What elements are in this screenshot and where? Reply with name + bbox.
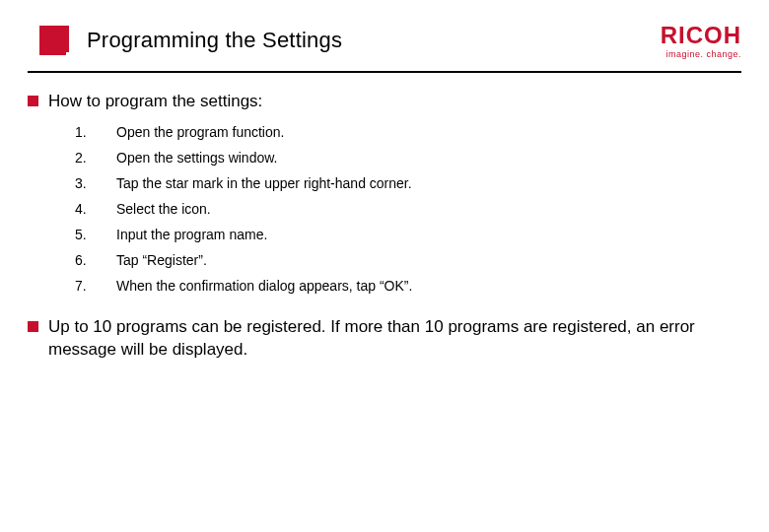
list-item: 6. Tap “Register”. — [75, 247, 741, 273]
step-text: Tap the star mark in the upper right-han… — [116, 175, 412, 191]
list-item: 5. Input the program name. — [75, 222, 741, 247]
step-text: Open the settings window. — [116, 150, 277, 166]
step-text: Open the program function. — [116, 124, 284, 140]
section-heading-row: How to program the settings: — [28, 91, 741, 113]
note-row: Up to 10 programs can be registered. If … — [28, 316, 741, 362]
logo-tagline: imagine. change. — [661, 49, 741, 59]
note-text: Up to 10 programs can be registered. If … — [48, 316, 741, 362]
list-item: 1. Open the program function. — [75, 119, 741, 145]
slide-header: Programming the Settings RICOH imagine. … — [0, 0, 769, 67]
step-text: Input the program name. — [116, 227, 267, 242]
step-text: Tap “Register”. — [116, 252, 207, 268]
slide-content: How to program the settings: 1. Open the… — [0, 73, 769, 362]
step-number: 3. — [75, 175, 89, 191]
step-text: Select the icon. — [116, 201, 211, 217]
title-bullet-icon — [39, 26, 69, 55]
square-bullet-icon — [28, 321, 38, 332]
step-number: 6. — [75, 252, 89, 268]
step-number: 2. — [75, 150, 89, 166]
title-group: Programming the Settings — [39, 26, 342, 55]
list-item: 4. Select the icon. — [75, 196, 741, 222]
list-item: 7. When the confirmation dialog appears,… — [75, 273, 741, 299]
brand-logo: RICOH imagine. change. — [661, 22, 741, 59]
step-number: 1. — [75, 124, 89, 140]
step-number: 4. — [75, 201, 89, 217]
logo-text: RICOH — [661, 24, 741, 47]
page-title: Programming the Settings — [87, 28, 342, 53]
square-bullet-icon — [28, 96, 38, 106]
section-heading: How to program the settings: — [48, 91, 262, 113]
step-number: 7. — [75, 278, 89, 294]
step-text: When the confirmation dialog appears, ta… — [116, 278, 412, 294]
list-item: 2. Open the settings window. — [75, 145, 741, 170]
list-item: 3. Tap the star mark in the upper right-… — [75, 170, 741, 196]
step-number: 5. — [75, 227, 89, 242]
steps-list: 1. Open the program function. 2. Open th… — [75, 119, 741, 299]
